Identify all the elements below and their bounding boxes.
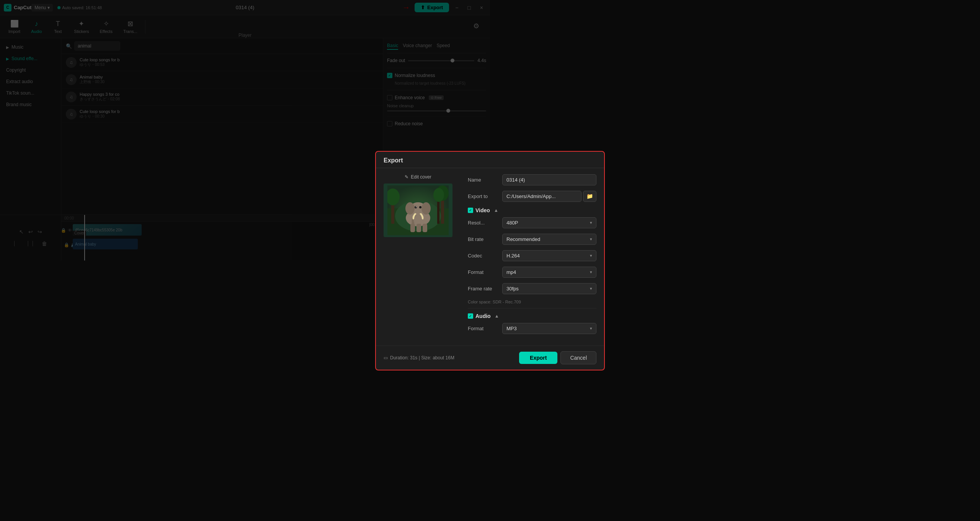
svg-rect-17	[416, 224, 421, 232]
resolution-label: Resol...	[468, 220, 490, 226]
video-section-title: Video	[475, 207, 490, 213]
bitrate-label: Bit rate	[468, 236, 490, 242]
svg-point-11	[405, 202, 415, 215]
modal-body: ✎ Edit cover	[376, 168, 490, 261]
svg-point-8	[433, 188, 444, 202]
resolution-row: Resol... 480P ▾	[468, 217, 490, 228]
export-modal: Export ✎ Edit cover	[375, 151, 490, 261]
svg-rect-16	[410, 224, 415, 232]
video-checkbox[interactable]: ✓	[468, 208, 473, 213]
bitrate-row: Bit rate Recommended ▾	[468, 234, 490, 245]
edit-cover-button[interactable]: ✎ Edit cover	[405, 174, 431, 180]
preview-thumbnail	[384, 183, 452, 237]
codec-label: Codec	[468, 253, 490, 259]
modal-header: Export	[376, 152, 490, 168]
svg-point-14	[419, 206, 421, 208]
modal-preview: ✎ Edit cover	[376, 168, 460, 261]
video-section-header: ✓ Video ▲	[468, 207, 490, 213]
edit-cover-label: Edit cover	[411, 174, 431, 180]
svg-rect-18	[423, 224, 427, 232]
export-to-label: Export to	[468, 193, 490, 199]
modal-form: Name Export to 📁 ✓ Video ▲	[460, 168, 490, 261]
export-to-row: Export to 📁	[468, 191, 490, 202]
codec-row: Codec H.264 ▾	[468, 250, 490, 261]
modal-overlay: Export ✎ Edit cover	[0, 0, 490, 260]
name-label: Name	[468, 177, 490, 183]
edit-icon: ✎	[405, 174, 408, 180]
name-row: Name	[468, 174, 490, 185]
svg-point-15	[416, 206, 416, 207]
elephant-image	[387, 185, 449, 235]
svg-point-12	[421, 202, 431, 215]
svg-point-13	[415, 206, 417, 208]
